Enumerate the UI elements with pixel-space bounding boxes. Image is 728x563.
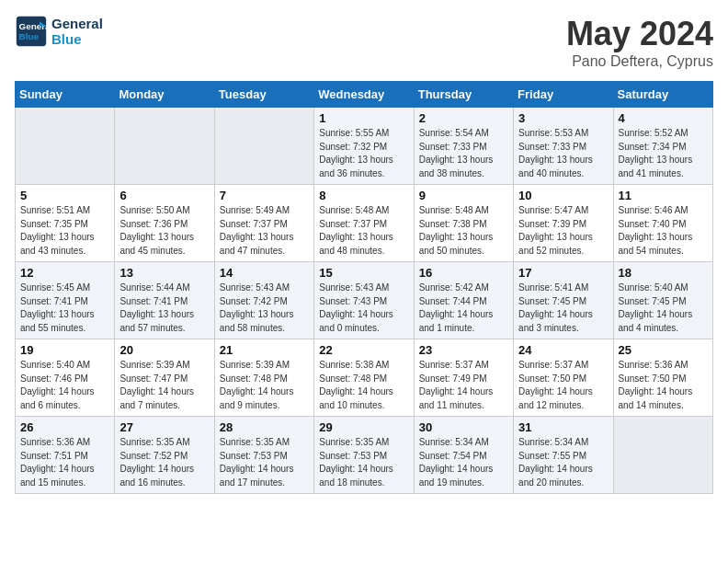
cell-info: Sunrise: 5:50 AM Sunset: 7:36 PM Dayligh… [119,204,209,258]
title-block: May 2024 Pano Deftera, Cyprus [566,15,713,70]
cell-info: Sunrise: 5:42 AM Sunset: 7:44 PM Dayligh… [419,282,508,335]
calendar-week-row: 5Sunrise: 5:51 AM Sunset: 7:35 PM Daylig… [16,185,713,262]
calendar-cell: 25Sunrise: 5:36 AM Sunset: 7:50 PM Dayli… [613,339,712,417]
day-number: 29 [319,420,408,434]
calendar-cell: 19Sunrise: 5:40 AM Sunset: 7:46 PM Dayli… [16,339,115,417]
calendar-cell: 2Sunrise: 5:54 AM Sunset: 7:33 PM Daylig… [414,108,513,185]
cell-info: Sunrise: 5:34 AM Sunset: 7:55 PM Dayligh… [518,436,608,489]
calendar-cell: 24Sunrise: 5:37 AM Sunset: 7:50 PM Dayli… [514,339,613,417]
svg-text:General: General [19,21,49,31]
cell-info: Sunrise: 5:43 AM Sunset: 7:43 PM Dayligh… [319,282,408,335]
day-number: 5 [20,189,109,202]
cell-info: Sunrise: 5:46 AM Sunset: 7:40 PM Dayligh… [619,204,708,258]
page-header: General Blue General Blue May 2024 Pano … [15,15,713,70]
cell-info: Sunrise: 5:53 AM Sunset: 7:33 PM Dayligh… [518,127,608,180]
calendar-cell: 26Sunrise: 5:36 AM Sunset: 7:51 PM Dayli… [16,417,115,494]
cell-info: Sunrise: 5:40 AM Sunset: 7:46 PM Dayligh… [20,359,109,412]
cell-info: Sunrise: 5:55 AM Sunset: 7:32 PM Dayligh… [319,127,408,180]
calendar-week-row: 19Sunrise: 5:40 AM Sunset: 7:46 PM Dayli… [16,339,713,417]
calendar-cell: 10Sunrise: 5:47 AM Sunset: 7:39 PM Dayli… [514,185,613,262]
cell-info: Sunrise: 5:48 AM Sunset: 7:37 PM Dayligh… [319,204,408,258]
calendar-cell: 20Sunrise: 5:39 AM Sunset: 7:47 PM Dayli… [115,339,214,417]
day-number: 6 [119,189,209,202]
day-number: 20 [119,343,209,357]
calendar-cell: 8Sunrise: 5:48 AM Sunset: 7:37 PM Daylig… [314,185,414,262]
weekday-header: Tuesday [214,82,313,108]
cell-info: Sunrise: 5:54 AM Sunset: 7:33 PM Dayligh… [419,127,508,180]
calendar-cell: 22Sunrise: 5:38 AM Sunset: 7:48 PM Dayli… [314,339,414,417]
calendar-cell: 13Sunrise: 5:44 AM Sunset: 7:41 PM Dayli… [115,262,214,339]
calendar-cell: 11Sunrise: 5:46 AM Sunset: 7:40 PM Dayli… [613,185,712,262]
day-number: 30 [419,420,508,434]
calendar-cell: 12Sunrise: 5:45 AM Sunset: 7:41 PM Dayli… [16,262,115,339]
cell-info: Sunrise: 5:38 AM Sunset: 7:48 PM Dayligh… [319,359,408,412]
cell-info: Sunrise: 5:36 AM Sunset: 7:51 PM Dayligh… [20,436,109,489]
logo-icon: General Blue [15,15,48,48]
logo: General Blue General Blue [15,15,103,48]
day-number: 8 [319,189,408,202]
calendar-cell: 17Sunrise: 5:41 AM Sunset: 7:45 PM Dayli… [514,262,613,339]
cell-info: Sunrise: 5:47 AM Sunset: 7:39 PM Dayligh… [518,204,608,258]
calendar-cell: 27Sunrise: 5:35 AM Sunset: 7:52 PM Dayli… [115,417,214,494]
day-number: 7 [220,189,309,202]
day-number: 22 [319,343,408,357]
cell-info: Sunrise: 5:49 AM Sunset: 7:37 PM Dayligh… [220,204,309,258]
day-number: 11 [619,189,708,202]
calendar-cell: 4Sunrise: 5:52 AM Sunset: 7:34 PM Daylig… [613,108,712,185]
cell-info: Sunrise: 5:41 AM Sunset: 7:45 PM Dayligh… [518,282,608,335]
day-number: 4 [619,111,708,125]
calendar-cell [16,108,115,185]
calendar-cell [613,417,712,494]
cell-info: Sunrise: 5:52 AM Sunset: 7:34 PM Dayligh… [619,127,708,180]
calendar-week-row: 1Sunrise: 5:55 AM Sunset: 7:32 PM Daylig… [16,108,713,185]
cell-info: Sunrise: 5:48 AM Sunset: 7:38 PM Dayligh… [419,204,508,258]
calendar-cell: 30Sunrise: 5:34 AM Sunset: 7:54 PM Dayli… [414,417,513,494]
day-number: 16 [419,266,508,280]
calendar-cell [115,108,214,185]
weekday-header: Wednesday [314,82,414,108]
calendar-cell: 21Sunrise: 5:39 AM Sunset: 7:48 PM Dayli… [214,339,313,417]
calendar-cell: 31Sunrise: 5:34 AM Sunset: 7:55 PM Dayli… [514,417,613,494]
cell-info: Sunrise: 5:36 AM Sunset: 7:50 PM Dayligh… [619,359,708,412]
calendar-cell: 14Sunrise: 5:43 AM Sunset: 7:42 PM Dayli… [214,262,313,339]
day-number: 13 [119,266,209,280]
calendar-cell: 28Sunrise: 5:35 AM Sunset: 7:53 PM Dayli… [214,417,313,494]
day-number: 15 [319,266,408,280]
cell-info: Sunrise: 5:40 AM Sunset: 7:45 PM Dayligh… [619,282,708,335]
calendar-cell: 15Sunrise: 5:43 AM Sunset: 7:43 PM Dayli… [314,262,414,339]
day-number: 26 [20,420,109,434]
day-number: 27 [119,420,209,434]
day-number: 17 [518,266,608,280]
day-number: 14 [220,266,309,280]
calendar-cell: 29Sunrise: 5:35 AM Sunset: 7:53 PM Dayli… [314,417,414,494]
cell-info: Sunrise: 5:37 AM Sunset: 7:49 PM Dayligh… [419,359,508,412]
svg-text:Blue: Blue [19,31,40,41]
calendar-cell: 3Sunrise: 5:53 AM Sunset: 7:33 PM Daylig… [514,108,613,185]
day-number: 2 [419,111,508,125]
weekday-header: Monday [115,82,214,108]
day-number: 23 [419,343,508,357]
calendar-cell: 9Sunrise: 5:48 AM Sunset: 7:38 PM Daylig… [414,185,513,262]
day-number: 18 [619,266,708,280]
calendar-cell: 16Sunrise: 5:42 AM Sunset: 7:44 PM Dayli… [414,262,513,339]
cell-info: Sunrise: 5:37 AM Sunset: 7:50 PM Dayligh… [518,359,608,412]
day-number: 25 [619,343,708,357]
weekday-header: Saturday [613,82,712,108]
cell-info: Sunrise: 5:39 AM Sunset: 7:47 PM Dayligh… [119,359,209,412]
cell-info: Sunrise: 5:51 AM Sunset: 7:35 PM Dayligh… [20,204,109,258]
cell-info: Sunrise: 5:35 AM Sunset: 7:53 PM Dayligh… [319,436,408,489]
day-number: 28 [220,420,309,434]
day-number: 10 [518,189,608,202]
day-number: 3 [518,111,608,125]
day-number: 9 [419,189,508,202]
cell-info: Sunrise: 5:34 AM Sunset: 7:54 PM Dayligh… [419,436,508,489]
month-title: May 2024 [566,15,713,53]
cell-info: Sunrise: 5:45 AM Sunset: 7:41 PM Dayligh… [20,282,109,335]
day-number: 24 [518,343,608,357]
calendar-cell: 5Sunrise: 5:51 AM Sunset: 7:35 PM Daylig… [16,185,115,262]
cell-info: Sunrise: 5:44 AM Sunset: 7:41 PM Dayligh… [119,282,209,335]
weekday-header-row: SundayMondayTuesdayWednesdayThursdayFrid… [16,82,713,108]
calendar-cell [214,108,313,185]
day-number: 31 [518,420,608,434]
weekday-header: Friday [514,82,613,108]
